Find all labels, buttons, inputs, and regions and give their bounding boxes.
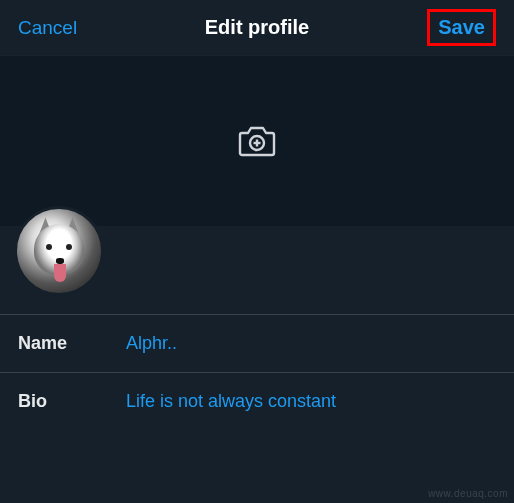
name-input[interactable]: [126, 333, 496, 354]
cancel-button[interactable]: Cancel: [18, 17, 77, 39]
camera-plus-icon: [237, 123, 277, 159]
bio-input[interactable]: [126, 391, 496, 412]
banner-area[interactable]: [0, 56, 514, 226]
name-label: Name: [18, 333, 126, 354]
header-bar: Cancel Edit profile Save: [0, 0, 514, 56]
bio-label: Bio: [18, 391, 126, 412]
save-highlight-box: Save: [427, 9, 496, 46]
add-banner-photo-button[interactable]: [234, 118, 280, 164]
save-button[interactable]: Save: [438, 16, 485, 39]
avatar-section: [0, 226, 514, 314]
avatar-image: [17, 209, 101, 293]
page-title: Edit profile: [205, 16, 309, 39]
avatar[interactable]: [14, 206, 104, 296]
watermark: www.deuaq.com: [428, 488, 508, 499]
bio-field-row: Bio: [0, 372, 514, 430]
name-field-row: Name: [0, 314, 514, 372]
